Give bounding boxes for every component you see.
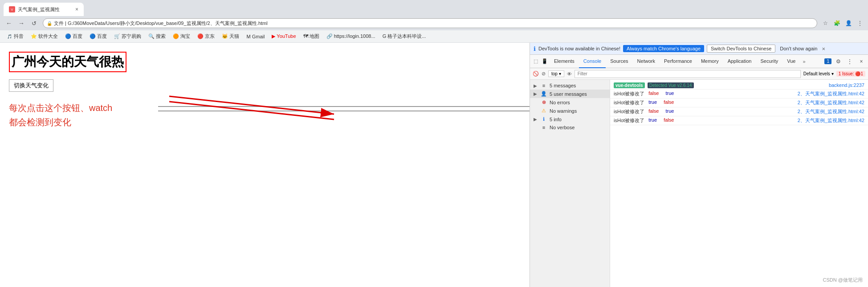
more-tabs-btn[interactable]: » [800,59,808,64]
notification-close-btn[interactable]: × [822,45,825,52]
tab-favicon: V [9,6,15,12]
filter-icon[interactable]: ⊘ [542,71,546,77]
bookmark-label: 🔴 京东 [197,33,215,40]
tab-application[interactable]: Application [723,55,756,68]
device-icon[interactable]: 📱 [540,58,550,64]
console-line-vue: vue-devtools Detected Vue v2.6.14 backen… [610,82,868,90]
bookmark-map[interactable]: 🗺 地图 [301,32,322,41]
bookmark-taobao[interactable]: 🟠 淘宝 [170,32,193,41]
bookmark-tianmao[interactable]: 🐱 天猫 [219,32,242,41]
bookmark-baidu2[interactable]: 🔵 百度 [87,32,110,41]
log-space [660,117,661,123]
footer-credit: CSDN @做笔记用 [823,277,863,283]
bookmark-label: 🔗 https://login.1008... [326,33,375,39]
devtools-right-icons: 1 ⚙ ⋮ × [824,57,866,66]
console-sidebar: ▶ ≡ 5 messages ▶ 👤 5 user messages ▶ ⊗ N… [530,80,610,287]
always-match-button[interactable]: Always match Chrome's language [623,45,704,52]
log-space [660,99,661,105]
switch-devtools-button[interactable]: Switch DevTools to Chinese [707,45,775,53]
sidebar-no-warnings[interactable]: ▶ ⚠ No warnings [530,107,610,115]
bookmark-label: 🐱 天猫 [222,33,239,40]
address-bar[interactable]: 🔒 文件 | G:/360MoveData/Users/静小文/Desktop/… [43,18,817,28]
log-val-true: true [648,99,657,105]
top-context-select[interactable]: top ▾ [548,70,564,77]
divider-line2 [158,111,530,111]
browser-toolbar: ☆ 🧩 👤 ⋮ [821,19,864,28]
expand-icon: ▶ [534,83,538,88]
reload-button[interactable]: ↺ [29,18,39,29]
bookmark-douyin[interactable]: 🎵 抖音 [4,32,26,41]
toggle-weather-button[interactable]: 切换天气变化 [9,79,53,92]
bookmark-gmail[interactable]: M Gmail [244,33,268,40]
tab-memory[interactable]: Memory [697,55,723,68]
bookmark-label: M Gmail [247,34,265,39]
back-button[interactable]: ← [4,18,14,29]
sidebar-info[interactable]: ▶ ℹ 5 info [530,115,610,123]
log-val-true: true [665,108,674,114]
bookmark-gezi[interactable]: G 格子达本科毕设... [380,32,429,41]
profile-icon[interactable]: 👤 [844,19,853,28]
issue-count-badge: 1 Issue: 🔴1 [836,71,865,77]
tab-console[interactable]: Console [579,55,606,68]
active-tab[interactable]: V 天气案例_监视属性 × [4,3,84,16]
console-link[interactable]: 2、天气案例_监视属性.html:42 [798,90,864,97]
devtools-tabs: ⬚ 📱 Elements Console Sources Network Per… [530,55,868,68]
clear-console-icon[interactable]: 🚫 [533,71,539,77]
tab-network[interactable]: Network [633,55,660,68]
bookmark-software[interactable]: ⭐ 软件大全 [28,32,61,41]
bookmark-baidu1[interactable]: 🔵 百度 [62,32,85,41]
tab-vue[interactable]: Vue [782,55,800,68]
default-levels-btn[interactable]: Default levels ▾ [803,71,834,76]
tab-elements[interactable]: Elements [550,55,579,68]
eye-icon[interactable]: 👁 [567,71,572,77]
log-space [661,90,663,96]
bookmark-label: 🔵 百度 [90,33,107,40]
devtools-panel: ℹ DevTools is now available in Chinese! … [530,43,868,287]
console-line-1: isHot被修改了 false true 2、天气案例_监视属性.html:42 [610,90,868,98]
bookmark-suning[interactable]: 🛒 苏宁易购 [111,32,144,41]
annotation-line1: 每次点击这个按钮、watch [9,101,521,115]
count-badge: 1 [824,58,831,64]
divider-line1 [158,106,530,107]
bookmark-label: 🔵 百度 [65,33,82,40]
sidebar-label: 5 info [550,117,562,122]
sidebar-no-errors[interactable]: ▶ ⊗ No errors [530,98,610,107]
bookmark-label: 🔍 搜索 [148,33,166,40]
sidebar-all-messages[interactable]: ▶ ≡ 5 messages [530,82,610,90]
tab-performance[interactable]: Performance [660,55,697,68]
no-errors-icon: ⊗ [541,99,547,105]
sidebar-no-verbose[interactable]: ▶ ≡ No verbose [530,123,610,131]
inspect-icon[interactable]: ⬚ [532,58,540,64]
tab-close-btn[interactable]: × [75,6,78,12]
forward-button[interactable]: → [16,18,27,29]
bookmark-jd[interactable]: 🔴 京东 [195,32,217,41]
sidebar-label: 5 messages [550,83,576,88]
bookmark-icon[interactable]: ☆ [821,19,830,28]
address-text: 文件 | G:/360MoveData/Users/静小文/Desktop/vu… [54,20,268,27]
log-val-true: true [648,117,657,123]
console-link[interactable]: backend.js:2237 [829,82,864,88]
filter-input[interactable] [575,70,801,78]
log-val-false: false [648,108,659,114]
tab-security[interactable]: Security [756,55,782,68]
bookmark-youtube[interactable]: ▶ YouTube [269,33,298,40]
bookmark-label: 🟠 淘宝 [173,33,190,40]
console-link[interactable]: 2、天气案例_监视属性.html:42 [798,99,864,106]
console-link[interactable]: 2、天气案例_监视属性.html:42 [798,117,864,124]
expand-icon: ▶ [534,91,538,96]
tab-sources[interactable]: Sources [606,55,632,68]
close-devtools-btn[interactable]: × [856,57,866,66]
nav-buttons: ← → ↺ [4,18,39,29]
bookmark-search[interactable]: 🔍 搜索 [146,32,168,41]
log-prefix: isHot被修改了 [614,90,646,97]
vertical-dots-icon[interactable]: ⋮ [845,57,855,66]
sidebar-user-messages[interactable]: ▶ 👤 5 user messages [530,90,610,98]
console-link[interactable]: 2、天气案例_监视属性.html:42 [798,108,864,115]
menu-icon[interactable]: ⋮ [856,19,864,28]
dont-show-again-link[interactable]: Don't show again [780,46,817,51]
console-line-4: isHot被修改了 true false 2、天气案例_监视属性.html:42 [610,116,868,125]
settings-icon[interactable]: ⚙ [833,57,843,66]
bookmark-login[interactable]: 🔗 https://login.1008... [324,33,378,40]
extensions-icon[interactable]: 🧩 [832,19,841,28]
bookmarks-bar: 🎵 抖音 ⭐ 软件大全 🔵 百度 🔵 百度 🛒 苏宁易购 🔍 搜索 🟠 淘宝 🔴… [0,30,868,43]
